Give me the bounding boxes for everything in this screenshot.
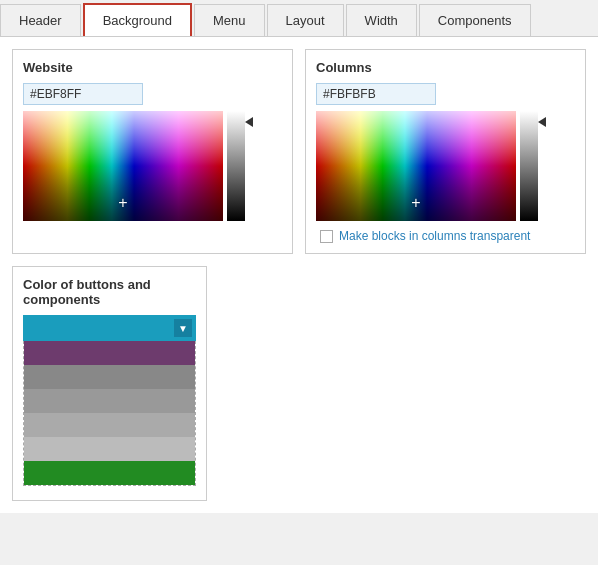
- columns-gradient-canvas[interactable]: +: [316, 111, 516, 221]
- website-gray-slider-thumb: [245, 117, 253, 127]
- columns-gray-slider-thumb: [538, 117, 546, 127]
- tab-bar: Header Background Menu Layout Width Comp…: [0, 0, 598, 37]
- color-option-3[interactable]: [24, 413, 195, 437]
- color-option-0[interactable]: [24, 341, 195, 365]
- columns-crosshair: +: [411, 195, 420, 211]
- tab-header[interactable]: Header: [0, 4, 81, 36]
- color-options-list: [23, 341, 196, 486]
- color-option-4[interactable]: [24, 437, 195, 461]
- tab-background[interactable]: Background: [83, 3, 192, 36]
- website-gradient-canvas[interactable]: +: [23, 111, 223, 221]
- columns-hex-input[interactable]: [316, 83, 436, 105]
- color-dropdown: ▼: [23, 315, 196, 486]
- tab-components[interactable]: Components: [419, 4, 531, 36]
- transparent-blocks-label: Make blocks in columns transparent: [339, 229, 530, 243]
- buttons-panel: Color of buttons and components ▼: [12, 266, 207, 501]
- color-option-5[interactable]: [24, 461, 195, 485]
- tab-menu[interactable]: Menu: [194, 4, 265, 36]
- website-color-picker: +: [23, 111, 282, 221]
- columns-panel: Columns + Make blocks in columns transpa…: [305, 49, 586, 254]
- dropdown-arrow-label: ▼: [178, 323, 188, 334]
- transparent-blocks-row: Make blocks in columns transparent: [316, 229, 575, 243]
- website-hex-input[interactable]: [23, 83, 143, 105]
- top-panels: Website + Columns +: [12, 49, 586, 254]
- website-crosshair: +: [118, 195, 127, 211]
- dropdown-arrow-icon[interactable]: ▼: [174, 319, 192, 337]
- website-gray-slider[interactable]: [227, 111, 245, 221]
- color-option-1[interactable]: [24, 365, 195, 389]
- bottom-panels: Color of buttons and components ▼: [12, 266, 586, 501]
- tab-width[interactable]: Width: [346, 4, 417, 36]
- columns-panel-title: Columns: [316, 60, 575, 75]
- tab-layout[interactable]: Layout: [267, 4, 344, 36]
- website-panel: Website +: [12, 49, 293, 254]
- color-dropdown-selected[interactable]: ▼: [23, 315, 196, 341]
- transparent-blocks-checkbox[interactable]: [320, 230, 333, 243]
- columns-gray-slider[interactable]: [520, 111, 538, 221]
- color-option-2[interactable]: [24, 389, 195, 413]
- website-panel-title: Website: [23, 60, 282, 75]
- buttons-panel-title: Color of buttons and components: [23, 277, 196, 307]
- columns-color-picker: +: [316, 111, 575, 221]
- main-content: Website + Columns +: [0, 37, 598, 513]
